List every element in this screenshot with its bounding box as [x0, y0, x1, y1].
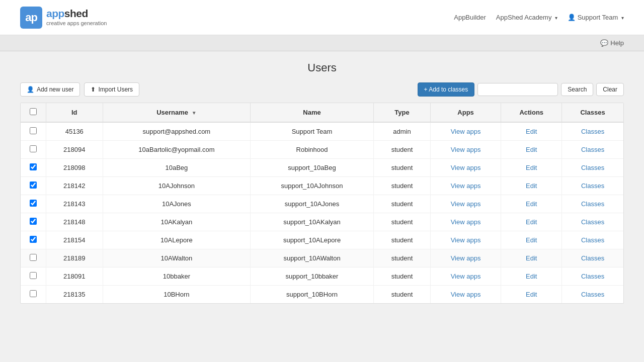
- select-all-checkbox[interactable]: [30, 108, 37, 115]
- classes-link[interactable]: Classes: [581, 218, 604, 226]
- edit-link[interactable]: Edit: [526, 254, 537, 262]
- edit-link[interactable]: Edit: [526, 182, 537, 190]
- row-actions: Edit: [501, 249, 562, 267]
- view-apps-link[interactable]: View apps: [451, 164, 481, 171]
- view-apps-link[interactable]: View apps: [451, 128, 481, 135]
- row-type: student: [374, 177, 430, 195]
- row-checkbox[interactable]: [30, 127, 37, 134]
- classes-link[interactable]: Classes: [581, 273, 604, 280]
- search-input[interactable]: [477, 83, 558, 96]
- row-username: 10aBartolic@yopmail.com: [103, 141, 251, 159]
- toolbar-right: + Add to classes Search Clear: [418, 82, 624, 97]
- row-apps: View apps: [430, 177, 501, 195]
- row-type: student: [374, 286, 430, 304]
- row-username: 10AJones: [103, 195, 251, 213]
- toolbar-left: 👤 Add new user ⬆ Import Users: [20, 82, 139, 97]
- classes-link[interactable]: Classes: [581, 164, 604, 171]
- row-type: student: [374, 159, 430, 177]
- row-checkbox-cell: [21, 159, 46, 177]
- classes-link[interactable]: Classes: [581, 182, 604, 190]
- edit-link[interactable]: Edit: [526, 164, 537, 171]
- row-name: support_10ALepore: [250, 231, 374, 249]
- edit-link[interactable]: Edit: [526, 200, 537, 208]
- add-user-button[interactable]: 👤 Add new user: [20, 82, 80, 97]
- col-type: Type: [374, 103, 430, 122]
- tagline: creative apps generation: [46, 20, 107, 27]
- row-username: 10BHorn: [103, 286, 251, 304]
- users-table-container: Id Username ▼ Name Type Apps Actions Cla…: [20, 103, 624, 304]
- classes-link[interactable]: Classes: [581, 128, 604, 135]
- nav-academy[interactable]: AppShed Academy ▾: [496, 14, 557, 21]
- edit-link[interactable]: Edit: [526, 128, 537, 135]
- row-checkbox[interactable]: [30, 218, 37, 225]
- row-apps: View apps: [430, 231, 501, 249]
- classes-link[interactable]: Classes: [581, 146, 604, 153]
- col-username[interactable]: Username ▼: [103, 103, 251, 122]
- view-apps-link[interactable]: View apps: [451, 236, 481, 244]
- row-checkbox[interactable]: [30, 236, 37, 243]
- row-id: 218094: [46, 141, 103, 159]
- upload-icon: ⬆: [91, 86, 96, 93]
- row-id: 218189: [46, 249, 103, 267]
- row-checkbox[interactable]: [30, 290, 37, 297]
- row-classes: Classes: [562, 267, 623, 286]
- row-checkbox-cell: [21, 267, 46, 286]
- row-checkbox[interactable]: [30, 254, 37, 261]
- row-apps: View apps: [430, 195, 501, 213]
- clear-button[interactable]: Clear: [596, 83, 624, 96]
- edit-link[interactable]: Edit: [526, 273, 537, 280]
- row-name: support_10bbaker: [250, 267, 374, 286]
- row-username: 10ALepore: [103, 231, 251, 249]
- row-checkbox-cell: [21, 141, 46, 159]
- page-title: Users: [20, 61, 624, 74]
- table-row: 218148 10AKalyan support_10AKalyan stude…: [21, 213, 623, 231]
- person-icon: 👤: [568, 14, 576, 21]
- view-apps-link[interactable]: View apps: [451, 254, 481, 262]
- row-classes: Classes: [562, 141, 623, 159]
- table-row: 218094 10aBartolic@yopmail.com Robinhood…: [21, 141, 623, 159]
- edit-link[interactable]: Edit: [526, 146, 537, 153]
- col-checkbox: [21, 103, 46, 122]
- view-apps-link[interactable]: View apps: [451, 146, 481, 153]
- view-apps-link[interactable]: View apps: [451, 273, 481, 280]
- row-checkbox[interactable]: [30, 182, 37, 189]
- view-apps-link[interactable]: View apps: [451, 200, 481, 208]
- support-caret-icon: ▾: [621, 15, 624, 21]
- search-button[interactable]: Search: [561, 83, 593, 96]
- row-id: 218091: [46, 267, 103, 286]
- row-checkbox-cell: [21, 231, 46, 249]
- add-classes-button[interactable]: + Add to classes: [418, 82, 475, 97]
- view-apps-link[interactable]: View apps: [451, 182, 481, 190]
- row-name: Robinhood: [250, 141, 374, 159]
- row-actions: Edit: [501, 159, 562, 177]
- import-users-button[interactable]: ⬆ Import Users: [84, 82, 139, 97]
- row-actions: Edit: [501, 177, 562, 195]
- logo-icon: ap: [20, 7, 42, 29]
- view-apps-link[interactable]: View apps: [451, 291, 481, 298]
- row-name: Support Team: [250, 122, 374, 141]
- row-actions: Edit: [501, 231, 562, 249]
- row-apps: View apps: [430, 213, 501, 231]
- row-id: 45136: [46, 122, 103, 141]
- row-checkbox[interactable]: [30, 200, 37, 207]
- row-username: 10AJohnson: [103, 177, 251, 195]
- nav-appbuilder[interactable]: AppBuilder: [454, 14, 486, 21]
- user-icon: 👤: [27, 86, 34, 93]
- classes-link[interactable]: Classes: [581, 254, 604, 262]
- row-checkbox[interactable]: [30, 272, 37, 279]
- table-row: 218135 10BHorn support_10BHorn student V…: [21, 286, 623, 304]
- classes-link[interactable]: Classes: [581, 291, 604, 298]
- help-link[interactable]: 💬 Help: [600, 39, 624, 47]
- edit-link[interactable]: Edit: [526, 218, 537, 226]
- row-checkbox-cell: [21, 122, 46, 141]
- nav-support[interactable]: 👤 Support Team ▾: [568, 14, 624, 21]
- view-apps-link[interactable]: View apps: [451, 218, 481, 226]
- row-checkbox[interactable]: [30, 163, 37, 170]
- row-apps: View apps: [430, 249, 501, 267]
- page-wrapper: ap appshed creative apps generation AppB…: [0, 0, 644, 362]
- edit-link[interactable]: Edit: [526, 236, 537, 244]
- classes-link[interactable]: Classes: [581, 200, 604, 208]
- row-checkbox[interactable]: [30, 145, 37, 152]
- classes-link[interactable]: Classes: [581, 236, 604, 244]
- edit-link[interactable]: Edit: [526, 291, 537, 298]
